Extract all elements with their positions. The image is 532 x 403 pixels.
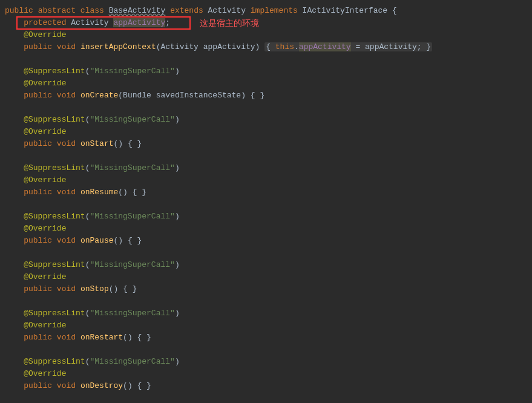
code-line[interactable]: @Override xyxy=(5,77,532,90)
keyword-void: void xyxy=(57,42,76,51)
string-literal: "MissingSuperCall" xyxy=(90,67,174,76)
annotation-override: @Override xyxy=(24,272,66,281)
class-name: BaseActivity xyxy=(109,6,166,15)
annotation-override: @Override xyxy=(24,79,66,88)
code-line[interactable]: @Override xyxy=(5,319,532,332)
annotation-override: @Override xyxy=(24,30,66,39)
code-line[interactable]: public void onRestart() { } xyxy=(5,332,532,344)
keyword-implements: implements xyxy=(251,6,298,15)
code-line[interactable]: @Override xyxy=(5,174,532,186)
keyword-public: public xyxy=(24,284,52,293)
method-body: () { } xyxy=(118,188,146,197)
method-body: () { } xyxy=(123,333,151,342)
code-line[interactable]: public void insertAppContext(Activity ap… xyxy=(5,41,532,53)
code-line[interactable]: protected Activity appActivity; xyxy=(5,17,532,29)
method-body: () { } xyxy=(113,139,142,148)
blank-line[interactable] xyxy=(5,150,532,162)
string-literal: "MissingSuperCall" xyxy=(90,309,174,318)
keyword-class: class xyxy=(80,6,104,15)
method-body: ) { } xyxy=(241,91,264,100)
blank-line[interactable] xyxy=(5,102,532,114)
code-line[interactable]: public void onStart() { } xyxy=(5,138,532,150)
keyword-void: void xyxy=(57,91,76,100)
code-line[interactable]: public void onStop() { } xyxy=(5,283,532,295)
brace: { xyxy=(387,6,397,15)
string-literal: "MissingSuperCall" xyxy=(90,115,174,124)
method-name: insertAppContext xyxy=(80,42,156,51)
method-body: { this.appActivity = appActivity; } xyxy=(264,42,432,51)
code-line[interactable]: @SuppressLint("MissingSuperCall") xyxy=(5,259,532,271)
field-name: appActivity xyxy=(113,18,165,27)
code-line[interactable]: @Override xyxy=(5,223,532,235)
annotation-suppresslint: @SuppressLint xyxy=(24,260,85,269)
method-body: () { } xyxy=(123,381,151,390)
string-literal: "MissingSuperCall" xyxy=(90,357,174,366)
method-body: () { } xyxy=(113,236,142,245)
code-line[interactable]: @Override xyxy=(5,29,532,41)
type-name: Activity xyxy=(71,18,108,27)
method-onresume: onResume xyxy=(80,188,118,197)
annotation-suppresslint: @SuppressLint xyxy=(24,309,85,318)
keyword-abstract: abstract xyxy=(38,6,76,15)
code-line[interactable]: public void onDestroy() { } xyxy=(5,380,532,392)
code-line[interactable]: @SuppressLint("MissingSuperCall") xyxy=(5,65,532,77)
blank-line[interactable] xyxy=(5,247,532,259)
code-editor[interactable]: 这是宿主的环境 public abstract class BaseActivi… xyxy=(0,0,532,397)
method-onpause: onPause xyxy=(80,236,114,245)
keyword-public: public xyxy=(24,42,52,51)
code-line[interactable]: @SuppressLint("MissingSuperCall") xyxy=(5,307,532,319)
keyword-void: void xyxy=(57,333,76,342)
code-line[interactable]: @Override xyxy=(5,126,532,138)
annotation-override: @Override xyxy=(24,369,66,378)
blank-line[interactable] xyxy=(5,295,532,307)
annotation-suppresslint: @SuppressLint xyxy=(24,115,85,124)
annotation-override: @Override xyxy=(24,175,66,185)
code-line[interactable]: public void onPause() { } xyxy=(5,235,532,247)
code-line[interactable]: @SuppressLint("MissingSuperCall") xyxy=(5,162,532,174)
keyword-protected: protected xyxy=(24,18,66,27)
method-body: () { } xyxy=(109,284,137,293)
annotation-suppresslint: @SuppressLint xyxy=(24,163,85,172)
keyword-public: public xyxy=(24,381,52,390)
param-name: savedInstanceState xyxy=(156,91,241,100)
semicolon: ; xyxy=(165,18,170,27)
keyword-public: public xyxy=(24,236,52,245)
keyword-void: void xyxy=(57,236,76,245)
method-onstart: onStart xyxy=(80,139,114,148)
string-literal: "MissingSuperCall" xyxy=(90,163,174,172)
extends-class: Activity xyxy=(208,6,246,15)
annotation-override: @Override xyxy=(24,127,66,136)
code-line[interactable]: @SuppressLint("MissingSuperCall") xyxy=(5,356,532,368)
method-oncreate: onCreate xyxy=(80,91,118,100)
method-onstop: onStop xyxy=(80,284,109,293)
code-line[interactable]: @Override xyxy=(5,271,532,283)
keyword-public: public xyxy=(24,333,52,342)
keyword-public: public xyxy=(5,6,33,15)
keyword-public: public xyxy=(24,91,52,100)
code-line[interactable]: @SuppressLint("MissingSuperCall") xyxy=(5,211,532,223)
code-line[interactable]: public void onResume() { } xyxy=(5,186,532,198)
blank-line[interactable] xyxy=(5,344,532,356)
annotation-suppresslint: @SuppressLint xyxy=(24,67,85,76)
annotation-suppresslint: @SuppressLint xyxy=(24,212,85,221)
code-line[interactable]: public abstract class BaseActivity exten… xyxy=(5,5,532,17)
code-line[interactable]: public void onCreate(Bundle savedInstanc… xyxy=(5,90,532,102)
annotation-override: @Override xyxy=(24,224,66,233)
annotation-override: @Override xyxy=(24,321,66,330)
code-line[interactable]: @Override xyxy=(5,368,532,380)
param-type: Bundle xyxy=(123,91,151,100)
keyword-void: void xyxy=(57,139,76,148)
keyword-public: public xyxy=(24,188,52,197)
blank-line[interactable] xyxy=(5,53,532,65)
chinese-annotation: 这是宿主的环境 xyxy=(200,17,259,29)
method-ondestroy: onDestroy xyxy=(80,381,123,390)
keyword-public: public xyxy=(24,139,52,148)
string-literal: "MissingSuperCall" xyxy=(90,260,174,269)
string-literal: "MissingSuperCall" xyxy=(90,212,174,221)
keyword-void: void xyxy=(57,381,76,390)
annotation-suppresslint: @SuppressLint xyxy=(24,357,85,366)
method-onrestart: onRestart xyxy=(80,333,123,342)
code-line[interactable]: @SuppressLint("MissingSuperCall") xyxy=(5,114,532,126)
blank-line[interactable] xyxy=(5,198,532,211)
keyword-void: void xyxy=(57,284,76,293)
